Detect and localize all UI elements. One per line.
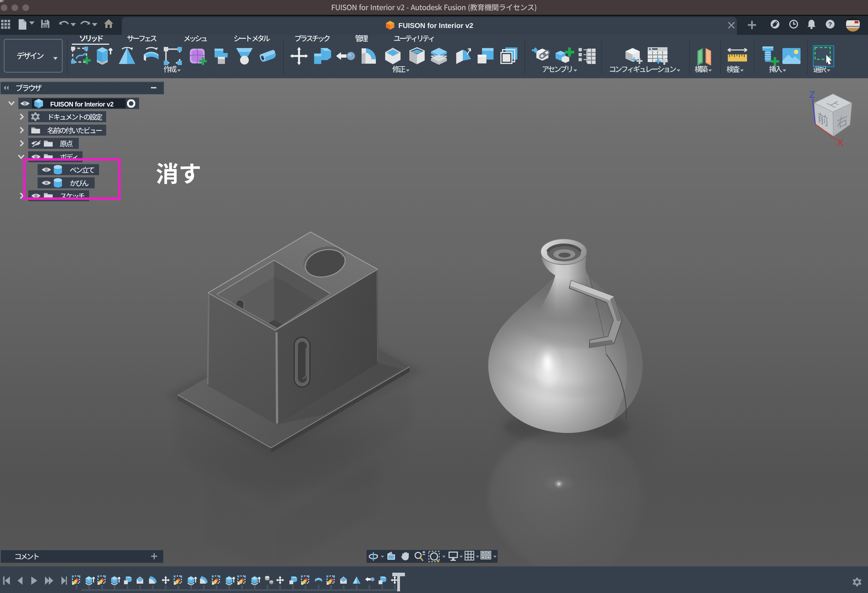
svg-text:?: ? <box>828 21 832 28</box>
svg-text:X: X <box>837 137 844 148</box>
svg-text:Z: Z <box>809 89 815 100</box>
